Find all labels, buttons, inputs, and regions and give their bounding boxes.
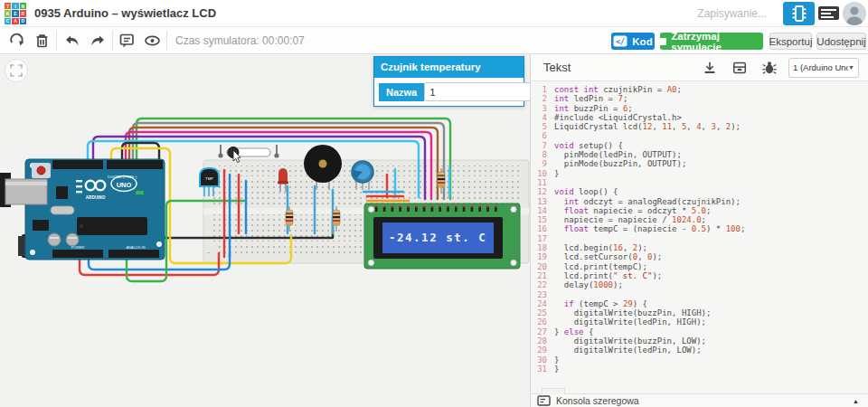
line-number: 8 [531,150,547,159]
code-line[interactable]: 29 digitalWrite(ledPin, LOW); [531,345,868,355]
analog-header [108,250,159,258]
rotate-button[interactable] [5,32,27,50]
code-button[interactable]: </ Kod [611,33,655,50]
analog-label: ANALOG IN [126,245,145,250]
console-resize-grip[interactable] [542,388,565,394]
code-line[interactable]: 6 [531,131,868,140]
code-line[interactable]: 10} [531,169,868,178]
arduino-brand-label: ARDUINO [86,195,106,200]
tinkercad-logo[interactable]: TINKERCAD [5,3,26,24]
code-icon: </ [613,35,627,47]
logo-tile: K [5,10,11,16]
logo-tile: A [12,18,18,24]
arduino-uno[interactable]: DIGITAL (PWM~) UNO ARDUINO POWER ANALOG … [0,159,165,260]
debugger-button[interactable] [759,58,780,78]
code-line[interactable]: 5LiquidCrystal lcd(12, 11, 5, 4, 3, 2); [531,122,868,131]
redo-button[interactable] [87,32,108,50]
code-line[interactable]: 15 napiecie = napiecie / 1024.0; [531,215,868,224]
code-line[interactable]: 20 lcd.print(tempC); [531,262,868,271]
board-selector-dropdown[interactable]: 1 (Arduino Uno R3) ▼ [788,58,859,78]
line-number: 12 [531,187,547,196]
delete-button[interactable] [31,32,52,50]
inspector-title: Czujnik temperatury [TMP36] [374,57,524,78]
code-line[interactable]: 9 pinMode(buzzPin, OUTPUT); [531,159,868,168]
atmega-chip [77,217,147,235]
stop-icon [660,38,666,45]
code-line[interactable]: 30} [531,355,868,364]
user-avatar[interactable] [843,2,866,25]
line-number: 25 [531,308,547,317]
code-line[interactable]: 18 lcd.begin(16, 2); [531,243,868,252]
name-input[interactable] [424,82,530,101]
code-line[interactable]: 17 [531,234,868,243]
gallery-list-button[interactable] [818,6,840,21]
thermometer-high-icon [274,145,278,158]
notes-button[interactable] [116,32,137,50]
logo-tile: N [20,3,26,9]
line-number: 24 [531,299,547,308]
code-line[interactable]: 4#include <LiquidCrystal.h> [531,113,868,122]
chevron-down-icon: ▼ [848,64,854,71]
export-label: Eksportuj [769,36,813,47]
line-number: 6 [531,131,547,140]
code-panel-header: Tekst 1 (Arduino Uno R3) ▼ [531,54,868,81]
share-button[interactable]: Udostępnij [816,33,866,50]
line-number: 17 [531,234,547,243]
line-number: 22 [531,280,547,289]
document-title: 0935 Arduino – wyświetlacz LCD [34,0,216,27]
code-line[interactable]: 26 digitalWrite(ledPin, HIGH); [531,317,868,327]
view-toggle-button[interactable] [141,32,163,50]
code-line[interactable]: 1const int czujnikPin = A0; [531,85,868,94]
code-line[interactable]: 3int buzzPin = 6; [531,104,868,113]
line-number: 28 [531,336,547,345]
libraries-button[interactable] [729,58,750,78]
fit-view-icon [10,64,23,77]
code-line[interactable]: 21 lcd.print(" st. C"); [531,271,868,280]
circuits-nav-button[interactable] [783,2,815,25]
code-line[interactable]: 22 delay(1000); [531,280,868,289]
code-line[interactable]: 19 lcd.setCursor(0, 0); [531,252,868,261]
code-line[interactable]: 27} else { [531,327,868,336]
code-line[interactable]: 24 if (tempC > 29) { [531,299,868,308]
line-number: 19 [531,252,547,261]
code-line[interactable]: 31} [531,364,868,374]
line-number: 14 [531,206,547,215]
code-line[interactable]: 13 int odczyt = analogRead(czujnikPin); [531,197,868,206]
line-number: 30 [531,355,547,364]
reset-button[interactable] [37,166,45,175]
stop-simulation-button[interactable]: Zatrzymaj symulację [660,33,763,50]
zoom-to-fit-button[interactable] [5,59,28,82]
code-line[interactable]: 7void setup() { [531,141,868,150]
undo-button[interactable] [61,32,83,50]
circuit-canvas[interactable]: + – [0,54,530,407]
digital-header-1 [52,160,103,169]
code-line[interactable]: 14 float napiecie = odczyt * 5.0; [531,206,868,215]
serial-console-label: Konsola szeregowa [556,395,639,406]
line-number: 3 [531,104,547,113]
title-bar: TINKERCAD 0935 Arduino – wyświetlacz LCD… [0,0,868,27]
code-line[interactable]: 2int ledPin = 7; [531,94,868,103]
code-line[interactable]: 12void loop() { [531,187,868,196]
line-number: 13 [531,197,547,206]
download-code-button[interactable] [699,58,721,78]
serial-console-bar[interactable]: Konsola szeregowa ▲ [531,393,868,407]
code-editor[interactable]: 1const int czujnikPin = A0;2int ledPin =… [531,81,868,393]
bug-icon [761,60,778,76]
chip-icon [791,5,807,23]
power-header [52,250,103,258]
code-line[interactable]: 11 [531,178,868,187]
thermometer-low-icon [218,145,222,158]
person-icon [843,2,866,25]
code-line[interactable]: 16 float tempC = (napiecie - 0.5) * 100; [531,224,868,233]
code-line[interactable]: 25 digitalWrite(buzzPin, HIGH); [531,308,868,317]
lcd-display[interactable]: -24.12 st. C [364,204,520,269]
share-label: Udostępnij [816,36,865,47]
code-line[interactable]: 23 [531,290,868,299]
code-line[interactable]: 28 digitalWrite(buzzPin, LOW); [531,336,868,345]
archive-icon [731,60,748,76]
line-number: 1 [531,85,547,94]
line-number: 5 [531,122,547,131]
editor-mode-select[interactable]: Tekst [543,61,571,74]
export-button[interactable]: Eksportuj [769,33,812,50]
code-line[interactable]: 8 pinMode(ledPin, OUTPUT); [531,150,868,159]
